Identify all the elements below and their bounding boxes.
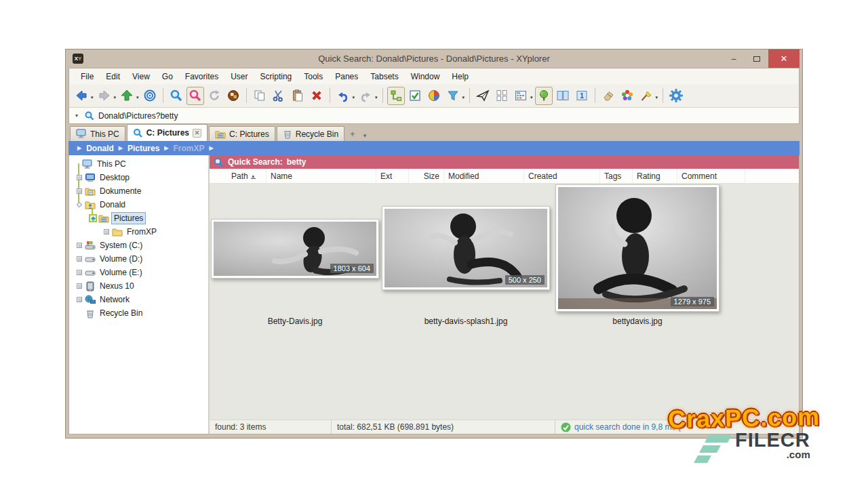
tree-item-fromxp[interactable]: FromXP (69, 225, 208, 239)
tree-item-desktop[interactable]: Desktop (69, 171, 208, 184)
paste-button[interactable] (289, 87, 307, 105)
column-size[interactable]: Size (409, 169, 444, 183)
tree-item-recycle-bin[interactable]: Recycle Bin (69, 306, 208, 320)
dual-pane-button[interactable] (554, 87, 572, 105)
column-name[interactable]: Name (267, 169, 376, 183)
expand-icon[interactable] (77, 283, 82, 289)
tree-item-pictures[interactable]: Pictures (69, 211, 208, 225)
menu-tabsets[interactable]: Tabsets (364, 70, 404, 83)
expand-icon[interactable] (77, 188, 82, 194)
filter-dropdown[interactable]: ▾ (462, 95, 465, 100)
back-dropdown[interactable]: ▾ (91, 95, 94, 100)
go-to-button[interactable] (474, 87, 492, 105)
menu-file[interactable]: File (75, 70, 100, 83)
new-tab-button[interactable]: + (346, 129, 359, 141)
address-expand-chevron[interactable]: ▾ (69, 113, 84, 119)
tree-item-volume-e[interactable]: Volume (E:) (69, 266, 208, 279)
quick-search-button[interactable] (186, 87, 204, 105)
up-dropdown[interactable]: ▾ (136, 95, 139, 100)
column-modified[interactable]: Modified (444, 169, 524, 183)
menu-favorites[interactable]: Favorites (179, 70, 224, 83)
column-tags[interactable]: Tags (600, 169, 633, 183)
quick-search-header[interactable]: Quick Search: betty (210, 155, 799, 169)
menu-view[interactable]: View (126, 70, 156, 83)
expand-icon[interactable] (77, 256, 82, 262)
file-thumbnail-betty-davis[interactable]: 1803 x 604 (211, 219, 379, 279)
tree-item-network[interactable]: Network (69, 293, 208, 306)
power-search-button[interactable] (224, 87, 242, 105)
menu-help[interactable]: Help (446, 70, 475, 83)
menu-edit[interactable]: Edit (100, 70, 126, 83)
menu-user[interactable]: User (224, 70, 254, 83)
breadcrumb-arrow-icon[interactable]: ▶ (77, 145, 81, 151)
tree-item-this-pc[interactable]: This PC (69, 157, 208, 171)
tree-item-donald[interactable]: Donald (69, 198, 208, 211)
tree-path-button[interactable] (387, 87, 405, 105)
column-ext[interactable]: Ext (376, 169, 409, 183)
menu-panes[interactable]: Panes (329, 70, 364, 83)
undo-button[interactable] (334, 87, 352, 105)
show-tree-button[interactable] (535, 87, 553, 105)
tab-list-dropdown[interactable]: ▾ (359, 132, 371, 141)
close-button[interactable]: ✕ (768, 49, 800, 68)
sweep-dropdown[interactable]: ▾ (656, 95, 658, 100)
forward-dropdown[interactable]: ▾ (114, 95, 117, 100)
minimize-button[interactable]: – (722, 49, 745, 68)
color-filter-button[interactable] (618, 87, 636, 105)
breadcrumb-arrow-icon[interactable]: ▶ (164, 145, 168, 151)
undo-dropdown[interactable]: ▾ (353, 95, 355, 100)
up-button[interactable] (118, 87, 136, 105)
configuration-button[interactable] (667, 87, 685, 105)
tree-item-volume-d[interactable]: Volume (D:) (69, 252, 208, 266)
expand-icon[interactable] (77, 243, 82, 248)
file-thumbnail-bettydavis[interactable]: 1279 x 975 (555, 184, 719, 312)
file-name-label[interactable]: bettydavis.jpg (555, 317, 719, 326)
breadcrumb-arrow-icon[interactable]: ▶ (210, 145, 214, 151)
menu-window[interactable]: Window (405, 70, 446, 83)
column-created[interactable]: Created (524, 169, 600, 183)
maximize-button[interactable] (745, 49, 768, 68)
forward-button[interactable] (96, 87, 113, 105)
details-view-dropdown[interactable]: ▾ (530, 95, 533, 100)
file-name-label[interactable]: betty-davis-splash1.jpg (382, 317, 550, 326)
back-button[interactable] (73, 87, 90, 105)
tabsets-button[interactable] (493, 87, 511, 105)
tree-item-system-c[interactable]: System (C:) (69, 239, 208, 252)
wipe-button[interactable] (599, 87, 617, 105)
details-view-button[interactable] (512, 87, 530, 105)
breadcrumb-item-fromxp[interactable]: FromXP (174, 144, 205, 153)
file-name-label[interactable]: Betty-Davis.jpg (211, 317, 379, 326)
tab-recycle-bin[interactable]: Recycle Bin (277, 126, 344, 141)
tree-item-dokumente[interactable]: Dokumente (69, 184, 208, 198)
sweep-button[interactable] (637, 87, 655, 105)
column-comment[interactable]: Comment (677, 169, 745, 183)
tab-c-pictures[interactable]: C: Pictures (209, 126, 275, 141)
breadcrumb-arrow-icon[interactable]: ▶ (119, 145, 123, 151)
statistics-button[interactable] (425, 87, 443, 105)
tab-search-pictures[interactable]: C: Pictures ✕ (127, 124, 208, 141)
tab-this-pc[interactable]: This PC (70, 126, 125, 141)
redo-button[interactable] (357, 87, 374, 105)
menu-go[interactable]: Go (156, 70, 179, 83)
checkbox-selection-button[interactable] (406, 87, 424, 105)
single-pane-button[interactable]: 1 (573, 87, 591, 105)
column-path[interactable]: Path▲ (227, 169, 267, 183)
menu-scripting[interactable]: Scripting (254, 70, 298, 83)
copy-button[interactable] (251, 87, 269, 105)
menu-tools[interactable]: Tools (298, 70, 329, 83)
column-rating[interactable]: Rating (633, 169, 677, 183)
filter-button[interactable] (444, 87, 462, 105)
redo-dropdown[interactable]: ▾ (375, 95, 378, 100)
cut-button[interactable] (270, 87, 288, 105)
expand-icon[interactable] (77, 297, 82, 302)
tree-item-nexus-10[interactable]: Nexus 10 (69, 279, 208, 293)
hotlist-button[interactable] (141, 87, 159, 105)
address-input[interactable]: Donald\Pictures?betty (98, 111, 178, 121)
delete-button[interactable] (308, 87, 326, 105)
breadcrumb-item-pictures[interactable]: Pictures (127, 144, 159, 153)
repeat-search-button[interactable] (205, 87, 223, 105)
expand-icon[interactable] (77, 270, 82, 275)
find-files-button[interactable] (167, 87, 185, 105)
tab-close-button[interactable]: ✕ (193, 129, 201, 138)
expand-icon[interactable] (104, 229, 109, 235)
